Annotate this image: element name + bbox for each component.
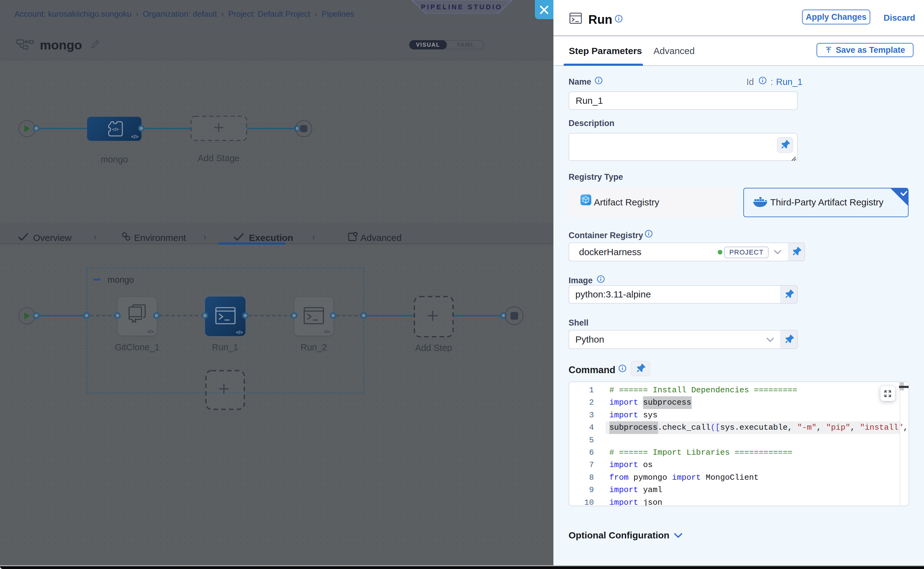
svg-text:PIPELINE STUDIO: PIPELINE STUDIO [421, 3, 503, 11]
svg-text:</>: </> [112, 127, 119, 132]
